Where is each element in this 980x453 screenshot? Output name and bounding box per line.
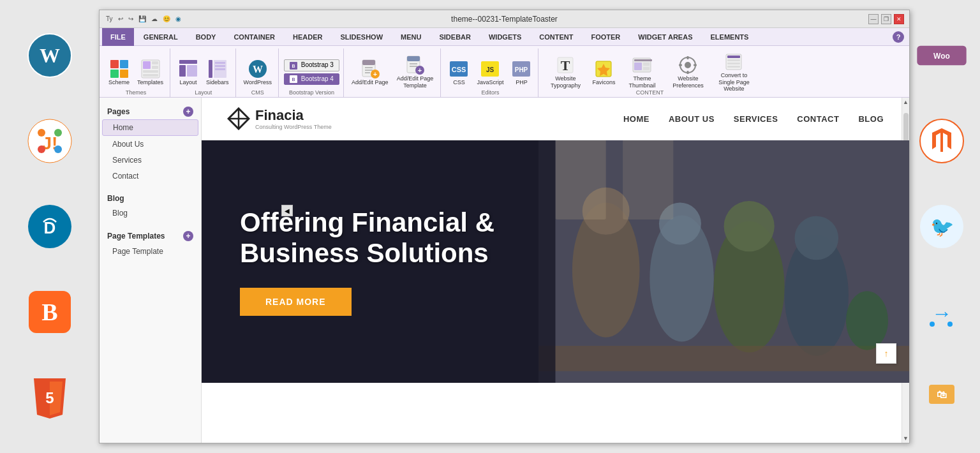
tab-elements[interactable]: ELEMENTS bbox=[702, 28, 757, 46]
scroll-left-arrow[interactable]: ◀ bbox=[202, 443, 211, 443]
preferences-icon bbox=[678, 55, 698, 75]
save-icon[interactable]: 💾 bbox=[138, 15, 146, 22]
layout-button[interactable]: Layout bbox=[175, 57, 201, 87]
tab-widgets[interactable]: WIDGETS bbox=[480, 28, 530, 46]
add-edit-page-template-button[interactable]: + Add/Edit Page Template bbox=[393, 54, 436, 91]
tab-general[interactable]: GENERAL bbox=[135, 28, 186, 46]
hero-section: Offering Financial & Business Solutions … bbox=[202, 140, 909, 383]
tab-sidebar[interactable]: SIDEBAR bbox=[431, 28, 479, 46]
website-typography-button[interactable]: T Website Typography bbox=[544, 54, 587, 91]
bootstrap4-button[interactable]: B Bootstrap 4 bbox=[284, 73, 339, 85]
add-edit-page-template-icon: + bbox=[405, 55, 425, 75]
tab-footer[interactable]: FOOTER bbox=[583, 28, 628, 46]
joomla-logo[interactable]: J! bbox=[24, 115, 75, 167]
tweetdeck-logo[interactable]: 🐦 bbox=[916, 201, 967, 252]
cart-blue-logo[interactable]: → bbox=[916, 286, 967, 338]
website-preferences-button[interactable]: Website Preferences bbox=[666, 54, 709, 91]
tab-widget-areas[interactable]: WIDGET AREAS bbox=[630, 28, 701, 46]
php-button[interactable]: PHP PHP bbox=[509, 57, 534, 87]
scheme-button[interactable]: Scheme bbox=[106, 57, 132, 87]
tab-header[interactable]: HEADER bbox=[285, 28, 330, 46]
redo-icon[interactable]: ↪ bbox=[128, 15, 133, 22]
nav-services[interactable]: SERVICES bbox=[734, 114, 778, 124]
sidebar-item-about[interactable]: About Us bbox=[102, 137, 198, 152]
svg-rect-103 bbox=[556, 140, 606, 219]
logo-tagline: Consulting WordPress Theme bbox=[255, 124, 332, 130]
bootstrap-group-label: Bootstrap Version bbox=[280, 89, 343, 96]
ribbon-group-bootstrap: B Bootstrap 3 B Bootstrap 4 Bootstrap Ve… bbox=[280, 48, 344, 97]
wordpress-logo[interactable]: W bbox=[24, 30, 75, 81]
sidebar-collapse-button[interactable]: ◀ bbox=[281, 205, 293, 216]
favicons-button[interactable]: Favicons bbox=[590, 57, 618, 87]
svg-text:B: B bbox=[292, 64, 295, 68]
preview-area: ▲ ▼ Finacia Consult bbox=[202, 98, 909, 443]
undo-icon[interactable]: ↩ bbox=[118, 15, 123, 22]
javascript-button[interactable]: JS JavaScript bbox=[474, 57, 506, 87]
svg-point-80 bbox=[685, 62, 691, 68]
svg-point-7 bbox=[38, 145, 45, 153]
sidebar-item-home[interactable]: Home bbox=[102, 119, 198, 136]
tab-container[interactable]: CONTAINER bbox=[225, 28, 283, 46]
nav-about-us[interactable]: ABOUT US bbox=[669, 114, 715, 124]
logo-brand-name: Finacia bbox=[255, 107, 332, 124]
blogger-logo[interactable]: B bbox=[24, 286, 75, 338]
sidebar-item-page-template[interactable]: Page Template bbox=[102, 244, 198, 259]
sidebar-item-contact[interactable]: Contact bbox=[102, 168, 198, 184]
bootstrap3-button[interactable]: B Bootstrap 3 bbox=[284, 59, 339, 71]
tab-slideshow[interactable]: SLIDESHOW bbox=[332, 28, 391, 46]
svg-rect-87 bbox=[727, 59, 740, 61]
theme-thumbnail-button[interactable]: Theme Thumbnail bbox=[620, 54, 664, 91]
restore-button[interactable]: ❐ bbox=[881, 14, 891, 24]
minimize-button[interactable]: — bbox=[868, 14, 879, 24]
templates-button[interactable]: Templates bbox=[135, 57, 166, 87]
drupal-logo[interactable]: D bbox=[24, 201, 75, 252]
add-edit-page-button[interactable]: + Add/Edit Page bbox=[349, 57, 391, 87]
close-button[interactable]: ✕ bbox=[894, 14, 904, 24]
add-page-button[interactable]: + bbox=[183, 107, 193, 117]
svg-rect-82 bbox=[687, 71, 689, 74]
svg-text:+: + bbox=[373, 70, 376, 78]
svg-rect-86 bbox=[727, 56, 740, 58]
tab-menu[interactable]: MENU bbox=[392, 28, 429, 46]
sidebar-item-services[interactable]: Services bbox=[102, 152, 198, 168]
add-page-template-button[interactable]: + bbox=[183, 231, 193, 241]
convert-single-button[interactable]: Convert to Single Page Website bbox=[712, 50, 755, 94]
help-button[interactable]: ? bbox=[893, 31, 904, 43]
sidebars-button[interactable]: Sidebars bbox=[204, 57, 232, 87]
html5-logo[interactable]: 5 bbox=[24, 372, 75, 423]
svg-rect-28 bbox=[120, 60, 128, 68]
cloud-icon[interactable]: ☁ bbox=[151, 15, 158, 22]
back-to-top-button[interactable]: ↑ bbox=[876, 343, 896, 364]
svg-rect-77 bbox=[643, 63, 650, 66]
svg-rect-38 bbox=[179, 65, 186, 77]
ribbon-group-pages: + Add/Edit Page bbox=[345, 48, 442, 97]
toolbar-icon-tt: Ty bbox=[106, 15, 113, 22]
smiley-icon[interactable]: 😊 bbox=[163, 15, 170, 22]
svg-rect-37 bbox=[179, 60, 197, 64]
svg-rect-78 bbox=[643, 67, 650, 70]
svg-point-24 bbox=[947, 322, 953, 327]
wp-icon[interactable]: ◉ bbox=[175, 15, 181, 22]
svg-rect-30 bbox=[120, 70, 128, 78]
magento-logo[interactable] bbox=[916, 115, 967, 167]
wordpress-button[interactable]: W WordPress bbox=[241, 57, 274, 87]
svg-text:+: + bbox=[418, 66, 422, 74]
sidebar-item-blog[interactable]: Blog bbox=[102, 205, 198, 221]
hero-read-more-button[interactable]: READ MORE bbox=[240, 288, 352, 316]
svg-rect-42 bbox=[215, 62, 225, 64]
tab-body[interactable]: BODY bbox=[188, 28, 225, 46]
svg-rect-59 bbox=[407, 56, 420, 61]
app-content: ◀ Pages + Home About Us Services Contact… bbox=[100, 98, 909, 443]
nav-blog[interactable]: BLOG bbox=[858, 114, 884, 124]
css-button[interactable]: CSS CSS bbox=[446, 57, 471, 87]
nav-contact[interactable]: CONTACT bbox=[797, 114, 839, 124]
scroll-right-arrow[interactable]: ▶ bbox=[784, 443, 794, 443]
tab-file[interactable]: FILE bbox=[102, 28, 134, 46]
woocommerce-logo[interactable]: Woo bbox=[916, 30, 967, 81]
tab-content[interactable]: CONTENT bbox=[531, 28, 581, 46]
templates-label: Templates bbox=[137, 79, 163, 86]
layout-icon bbox=[178, 59, 198, 79]
wordpress-cms-icon: W bbox=[248, 59, 268, 79]
cart-orange-logo[interactable]: 🛍 bbox=[916, 372, 967, 423]
nav-home[interactable]: HOME bbox=[623, 114, 650, 124]
